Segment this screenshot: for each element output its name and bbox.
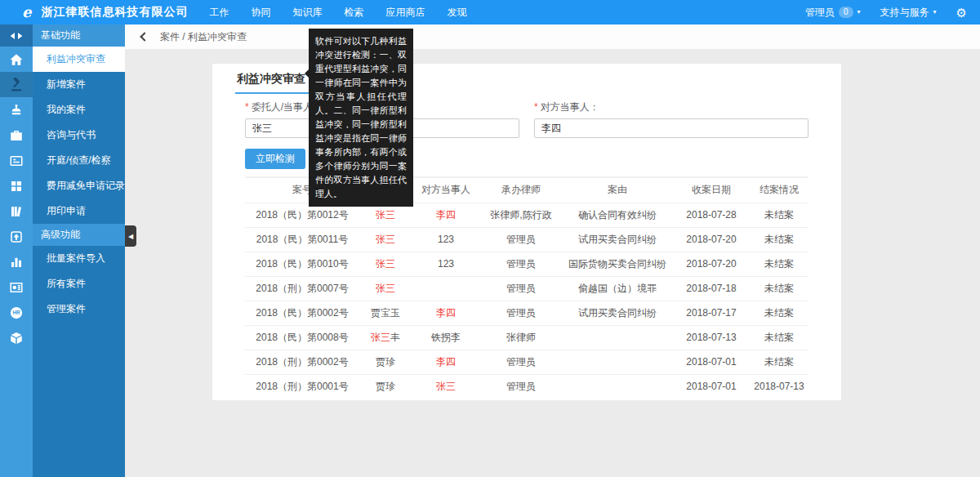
top-nav-item-1[interactable]: 协同 [251,6,270,20]
table-row[interactable]: 2018（刑）第0007号张三管理员偷越国（边）境罪2018-07-18未结案 [245,276,808,301]
gear-icon[interactable]: ⚙ [956,7,967,19]
cell-opponent [412,276,480,301]
cell-cause: 试用买卖合同纠纷 [562,227,673,252]
party-name: 丰 [390,332,400,343]
conflict-name-highlight: 张三 [376,283,395,294]
cell-close-status: 未结案 [750,203,808,227]
support-label: 支持与服务 [880,6,929,20]
company-name: 浙江律联信息科技有限公司 [41,5,188,20]
top-nav-item-3[interactable]: 检索 [344,6,363,20]
sidebar-item-6[interactable]: 费用减免申请记录 [33,173,125,198]
support-menu[interactable]: 支持与服务 ▾ [880,6,937,20]
stamp-icon[interactable] [0,97,33,123]
cell-case-no: 2018（民）第0008号 [245,325,359,350]
cell-lawyer: 管理员 [480,301,562,325]
gavel-icon[interactable] [0,72,33,97]
upload-box-icon[interactable] [0,224,33,249]
top-nav-item-2[interactable]: 知识库 [292,6,322,20]
cell-cause: 国际货物买卖合同纠纷 [562,252,673,276]
report-icon[interactable] [0,274,33,300]
bar-chart-icon[interactable] [0,249,33,274]
top-nav-item-0[interactable]: 工作 [209,6,229,20]
tab-conflict-review[interactable]: 利益冲突审查 [235,72,315,94]
column-header-4: 案由 [562,178,673,203]
cell-lawyer: 管理员 [480,227,562,252]
cell-case-no: 2018（民）第0002号 [245,301,359,325]
conflict-name-highlight: 李四 [436,307,456,319]
sidebar-item-3[interactable]: 我的案件 [33,97,125,123]
sidebar-item-4[interactable]: 咨询与代书 [33,123,125,148]
cell-opponent: 123 [412,227,480,252]
conflict-name-highlight: 张三 [436,381,456,392]
sidebar-item-10[interactable]: 所有案件 [33,271,125,296]
top-nav-item-5[interactable]: 发现 [447,6,466,20]
cell-close-status: 2018-07-13 [750,374,808,399]
required-mark: * [534,101,538,113]
table-row[interactable]: 2018（刑）第0001号贾珍张三管理员2018-07-012018-07-13 [245,374,808,399]
sidebar-item-11[interactable]: 管理案件 [33,296,125,322]
party-name: 贾宝玉 [371,307,400,319]
cell-opponent: 李四 [412,203,480,227]
cell-lawyer: 张律师,陈行政 [480,203,562,227]
cell-opponent: 铁拐李 [412,325,480,350]
cell-accept-date: 2018-07-17 [673,301,750,325]
conflict-info-tooltip: 软件可对以下几种利益冲突进行检测：一、双重代理型利益冲突，同一律师在同一案件中为… [309,29,413,207]
table-row[interactable]: 2018（民）第0010号张三123管理员国际货物买卖合同纠纷2018-07-2… [245,252,808,276]
column-header-6: 结案情况 [750,178,808,203]
grid-icon[interactable] [0,173,33,198]
chevron-down-icon: ▾ [933,9,937,16]
sidebar-item-1[interactable]: 利益冲突审查 [33,47,125,72]
user-menu[interactable]: 管理员 0 ▾ [805,6,861,20]
sidebar-item-5[interactable]: 开庭/侦查/检察 [33,148,125,173]
opponent-input[interactable] [534,118,808,138]
required-mark: * [245,101,249,113]
chevron-left-icon: ◀ [128,233,133,240]
books-icon[interactable] [0,198,33,224]
table-row[interactable]: 2018（刑）第0002号贾珍李四管理员2018-07-01未结案 [245,350,808,374]
cell-lawyer: 管理员 [480,374,562,399]
table-row[interactable]: 2018（民）第0008号张三丰铁拐李张律师2018-07-13未结案 [245,325,808,350]
opponent-label: *对方当事人： [534,100,808,114]
briefcase-icon[interactable] [0,123,33,148]
cell-lawyer: 管理员 [480,252,562,276]
top-nav: 工作协同知识库检索应用商店发现 [209,6,466,20]
hr-badge-icon[interactable]: HR [0,300,33,325]
cell-accept-date: 2018-07-28 [673,203,750,227]
top-nav-item-4[interactable]: 应用商店 [385,6,425,20]
cell-cause: 试用买卖合同纠纷 [562,301,673,325]
table-row[interactable]: 2018（民）第0011号张三123管理员试用买卖合同纠纷2018-07-20未… [245,227,808,252]
opponent-field-group: *对方当事人： [534,100,808,138]
company-logo-icon: e [22,5,31,20]
sidebar-section-header-0: 基础功能 [33,25,125,47]
cell-cause: 偷越国（边）境罪 [562,276,673,301]
table-row[interactable]: 2018（民）第0002号贾宝玉李四管理员试用买卖合同纠纷2018-07-17未… [245,301,808,325]
id-card-icon[interactable] [0,148,33,173]
cell-accept-date: 2018-07-01 [673,374,750,399]
column-header-5: 收案日期 [673,178,750,203]
sidebar-item-2[interactable]: 新增案件 [33,72,125,97]
sidebar-item-9[interactable]: 批量案件导入 [33,246,125,271]
check-now-button[interactable]: 立即检测 [245,149,305,169]
cell-close-status: 未结案 [750,350,808,374]
party-name: 123 [438,234,454,245]
opponent-label-text: 对方当事人： [541,101,599,113]
sidebar-collapse-handle[interactable]: ◀ [125,225,136,247]
cell-cause [562,325,673,350]
cube-icon[interactable] [0,325,33,350]
conflict-name-highlight: 张三 [376,234,395,245]
notification-badge: 0 [839,7,853,18]
home-icon[interactable] [0,47,33,72]
breadcrumb-bar: 案件 / 利益冲突审查 [125,25,980,49]
cell-lawyer: 管理员 [480,350,562,374]
sidebar-item-7[interactable]: 用印申请 [33,198,125,224]
back-icon[interactable] [140,32,149,41]
cell-client: 贾珍 [359,374,412,399]
cell-accept-date: 2018-07-01 [673,350,750,374]
cell-opponent: 李四 [412,350,480,374]
collapse-toggle-icon[interactable] [0,25,33,47]
cell-lawyer: 管理员 [480,276,562,301]
cell-client: 贾珍 [359,350,412,374]
search-form: *委托人/当事人： *对方当事人： [212,94,841,138]
cell-cause [562,350,673,374]
conflict-name-highlight: 李四 [436,209,456,221]
